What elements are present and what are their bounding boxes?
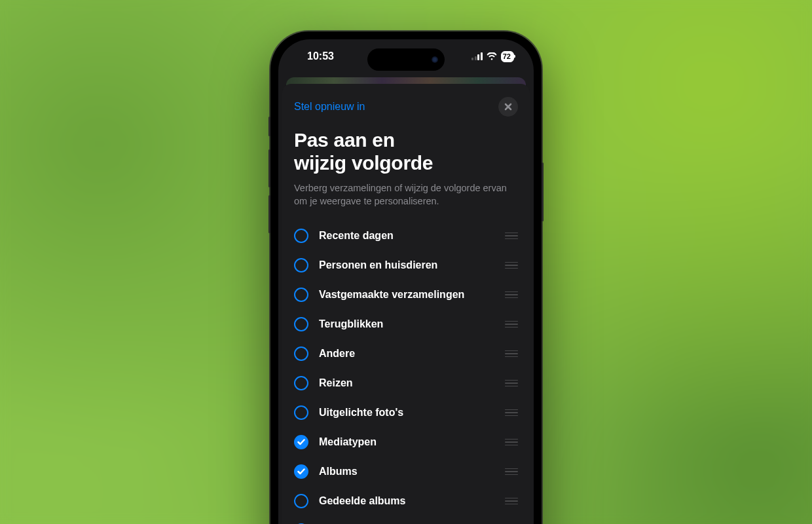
drag-handle-icon[interactable] [505,439,518,446]
checkmark-icon [297,439,305,445]
drag-handle-icon[interactable] [505,498,518,505]
checkbox[interactable] [294,258,308,272]
cellular-signal-icon [471,52,483,60]
status-time: 10:53 [298,50,334,62]
side-button [268,117,270,136]
front-camera [432,56,438,63]
wifi-icon [487,52,497,60]
list-item[interactable]: Achtergrondsuggesties [294,515,518,524]
list-item[interactable]: Personen en huisdieren [294,250,518,280]
item-label: Personen en huisdieren [319,259,505,271]
list-item[interactable]: Mediatypen [294,427,518,457]
drag-handle-icon[interactable] [505,262,518,269]
volume-up-button [268,149,270,187]
list-item[interactable]: Reizen [294,368,518,398]
power-button [542,162,544,221]
list-item[interactable]: Recente dagen [294,221,518,250]
reset-button[interactable]: Stel opnieuw in [294,101,365,113]
phone-screen: 10:53 72 Stel opnieuw in [278,39,534,524]
sheet-title: Pas aan en wijzig volgorde [294,128,518,175]
checkbox[interactable] [294,317,308,331]
checkbox[interactable] [294,494,308,508]
item-label: Andere [319,348,505,360]
drag-handle-icon[interactable] [505,350,518,358]
close-button[interactable] [498,97,518,117]
checkbox[interactable] [294,405,308,420]
item-label: Recente dagen [319,230,505,242]
drag-handle-icon[interactable] [505,233,518,240]
checkmark-icon [297,468,305,475]
item-label: Mediatypen [319,436,505,448]
item-label: Gedeelde albums [319,495,505,507]
volume-down-button [268,195,270,233]
sheet-header: Stel opnieuw in [294,97,518,117]
phone-frame: 10:53 72 Stel opnieuw in [270,31,542,524]
checkbox[interactable] [294,288,308,302]
checkbox[interactable] [294,435,308,449]
collections-list: Recente dagenPersonen en huisdierenVastg… [294,221,518,524]
item-label: Terugblikken [319,318,505,330]
dynamic-island [367,48,445,71]
list-item[interactable]: Albums [294,457,518,486]
list-item[interactable]: Gedeelde albums [294,486,518,515]
item-label: Albums [319,466,505,477]
item-label: Vastgemaakte verzamelingen [319,289,505,301]
sheet-description: Verberg verzamelingen of wijzig de volgo… [294,181,518,208]
battery-level: 72 [503,52,511,60]
drag-handle-icon[interactable] [505,468,518,476]
checkbox[interactable] [294,346,308,361]
drag-handle-icon[interactable] [505,380,518,387]
battery-indicator: 72 [501,51,514,62]
list-item[interactable]: Vastgemaakte verzamelingen [294,280,518,309]
status-indicators: 72 [471,51,514,62]
checkbox[interactable] [294,229,308,243]
drag-handle-icon[interactable] [505,321,518,328]
checkbox[interactable] [294,464,308,479]
item-label: Uitgelichte foto's [319,407,505,419]
list-item[interactable]: Andere [294,339,518,368]
list-item[interactable]: Terugblikken [294,309,518,339]
customize-sheet: Stel opnieuw in Pas aan en wijzig volgor… [282,84,530,524]
drag-handle-icon[interactable] [505,409,518,417]
list-item[interactable]: Uitgelichte foto's [294,398,518,427]
item-label: Reizen [319,377,505,389]
checkbox[interactable] [294,376,308,390]
drag-handle-icon[interactable] [505,291,518,299]
close-icon [504,103,512,111]
